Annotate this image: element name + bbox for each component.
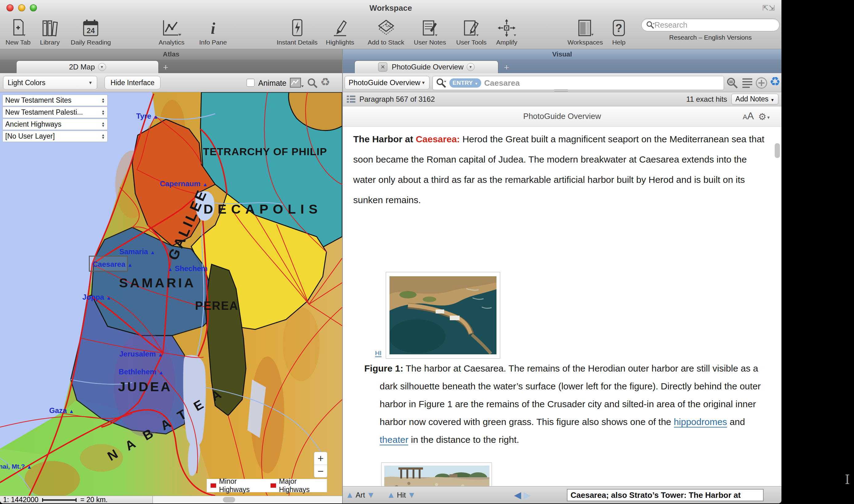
- atlas-toolbar: Light Colors▼ Hide Interface Animate ♻: [0, 73, 342, 92]
- instant-details-icon: [277, 17, 318, 37]
- map-canvas[interactable]: New Testament Sites▲▼ New Testament Pale…: [0, 92, 342, 496]
- content-vertical-scrollbar[interactable]: [775, 143, 780, 158]
- gear-icon[interactable]: ⚙▼: [758, 111, 770, 122]
- visual-bottom-bar: ▲ Art ▼ ▲ Hit ▼ ◀ ▶ Caesarea; also Strat…: [343, 486, 781, 503]
- analytics-button[interactable]: Analytics: [159, 17, 184, 46]
- daily-reading-button[interactable]: 24 Daily Reading: [71, 17, 111, 46]
- svg-text:?: ?: [616, 22, 622, 34]
- add-to-stack-icon: [368, 17, 404, 37]
- map-image-tool-icon[interactable]: [289, 77, 304, 90]
- map-horizontal-scrollbar[interactable]: [153, 496, 342, 503]
- site-marker-icon: ▲: [106, 295, 111, 301]
- new-tab-button[interactable]: New Tab: [5, 17, 31, 46]
- tab-2d-map[interactable]: 2D Map ▼: [16, 60, 159, 73]
- layer-select-highways[interactable]: Ancient Highways▲▼: [2, 119, 108, 130]
- site-label-joppa: Joppa ▲: [83, 293, 111, 302]
- pane-splitter-handle[interactable]: [554, 89, 568, 92]
- entry-title-field[interactable]: Caesarea; also Strato’s Tower: The Harbo…: [567, 489, 764, 501]
- caesarea-selection-box[interactable]: Caesarea ▲: [89, 256, 128, 272]
- module-select[interactable]: PhotoGuide Overview▼: [344, 76, 429, 89]
- research-search-field[interactable]: [641, 18, 780, 31]
- figure2-photo: [384, 466, 490, 486]
- font-size-control[interactable]: AA: [743, 110, 754, 122]
- map-colors-select[interactable]: Light Colors▼: [3, 76, 97, 89]
- visual-panel: Visual ✕ PhotoGuide Overview ▼ + PhotoGu…: [342, 49, 781, 503]
- theater-link[interactable]: theater: [380, 434, 408, 445]
- major-highway-swatch: [270, 483, 276, 488]
- atlas-new-tab-button[interactable]: +: [163, 62, 168, 73]
- art-next-button[interactable]: ▼: [367, 490, 375, 500]
- context-lines-icon[interactable]: [742, 78, 753, 89]
- search-query-text[interactable]: Caesarea: [484, 78, 520, 88]
- map-search-icon[interactable]: [307, 77, 318, 90]
- text-cursor-icon: I: [845, 472, 850, 487]
- stepper-icon[interactable]: ▲▼: [102, 134, 105, 139]
- scroll-thumb[interactable]: [223, 497, 235, 502]
- site-marker-icon: ▲: [27, 464, 32, 470]
- hide-interface-button[interactable]: Hide Interface: [105, 76, 160, 89]
- tab-photoguide-overview[interactable]: ✕ PhotoGuide Overview ▼: [354, 60, 498, 73]
- zoom-out-button[interactable]: −: [314, 465, 327, 478]
- paragraph-list-icon[interactable]: [346, 95, 356, 104]
- user-notes-button[interactable]: User Notes: [414, 17, 446, 46]
- layer-select-user[interactable]: [No User Layer]▲▼: [2, 131, 108, 142]
- exact-hits-label: 11 exact hits: [686, 95, 727, 104]
- tab-dropdown-icon[interactable]: ▼: [467, 63, 475, 71]
- add-to-stack-button[interactable]: Add to Stack: [368, 17, 404, 46]
- go-back-button[interactable]: ◀: [514, 489, 521, 500]
- user-tools-button[interactable]: User Tools: [456, 17, 487, 46]
- atlas-tab-bar: 2D Map ▼ +: [0, 60, 342, 73]
- hippodromes-link[interactable]: hippodromes: [674, 417, 727, 428]
- workspaces-button[interactable]: Workspaces: [568, 17, 603, 46]
- site-label-caesarea: Caesarea ▲: [92, 260, 132, 269]
- visual-group-header: Visual: [343, 49, 781, 60]
- scale-bar-icon: [42, 498, 76, 502]
- highlights-button[interactable]: Highlights: [326, 17, 354, 46]
- entry-scope-pill[interactable]: ENTRY ▼: [449, 78, 481, 88]
- entry-search-field[interactable]: ENTRY ▼ Caesarea: [432, 76, 724, 90]
- map-refresh-icon[interactable]: ♻: [320, 76, 330, 89]
- add-notes-button[interactable]: Add Notes ▼: [731, 94, 778, 105]
- stepper-icon[interactable]: ▲▼: [102, 122, 105, 127]
- minor-highway-swatch: [211, 483, 216, 488]
- update-search-icon[interactable]: ♻: [769, 74, 781, 89]
- search-scope-label: Research – English Versions: [641, 34, 780, 41]
- hit-marker-link[interactable]: HI: [375, 349, 381, 357]
- visual-new-tab-button[interactable]: +: [504, 62, 510, 73]
- stepper-icon[interactable]: ▲▼: [102, 110, 105, 115]
- zoom-out-search-icon[interactable]: [726, 77, 738, 90]
- site-marker-icon: ▲: [202, 182, 208, 187]
- highlights-icon: [326, 17, 354, 37]
- article-content: The Harbor at Caesarea: Herod the Great …: [343, 127, 781, 486]
- fullscreen-icon[interactable]: ⇱⇲: [762, 4, 775, 12]
- help-button[interactable]: ? Help: [611, 17, 626, 46]
- add-parallel-icon[interactable]: [755, 77, 768, 90]
- hit-prev-button[interactable]: ▲: [387, 490, 395, 500]
- chevron-down-icon: ▼: [421, 80, 425, 85]
- tab-dropdown-icon[interactable]: ▼: [98, 63, 106, 71]
- figure2-photo-frame[interactable]: [381, 463, 492, 486]
- research-search-input[interactable]: [655, 21, 775, 30]
- layer-select-sites[interactable]: New Testament Sites▲▼: [2, 95, 108, 106]
- stepper-icon[interactable]: ▲▼: [102, 98, 105, 103]
- amplify-button[interactable]: Amplify: [496, 17, 517, 46]
- figure1-photo-frame[interactable]: [386, 272, 500, 359]
- instant-details-button[interactable]: Instant Details: [277, 17, 318, 46]
- app-window: Workspace ⇱⇲ New Tab Library 24 Daily Re…: [0, 0, 781, 503]
- animate-checkbox[interactable]: [247, 79, 254, 87]
- site-label-jerusalem: Jerusalem ▲: [119, 350, 163, 358]
- figure1-photo: [390, 276, 497, 354]
- info-pane-button[interactable]: i Info Pane: [199, 17, 227, 46]
- close-tab-icon[interactable]: ✕: [378, 62, 387, 72]
- library-button[interactable]: Library: [40, 17, 60, 46]
- figure1-caption: Figure 1: The harbor at Caesarea. The re…: [364, 360, 771, 449]
- site-marker-icon: ▲: [167, 267, 173, 272]
- layer-select-palestine[interactable]: New Testament Palesti...▲▼: [2, 107, 108, 118]
- search-icon: [646, 20, 655, 30]
- hit-next-button[interactable]: ▼: [408, 490, 416, 500]
- art-prev-button[interactable]: ▲: [346, 490, 354, 500]
- region-label-decapolis: DECAPOLIS: [203, 202, 322, 217]
- region-label-samaria: SAMARIA: [119, 275, 196, 290]
- zoom-in-button[interactable]: +: [314, 452, 327, 465]
- go-forward-button[interactable]: ▶: [523, 489, 531, 500]
